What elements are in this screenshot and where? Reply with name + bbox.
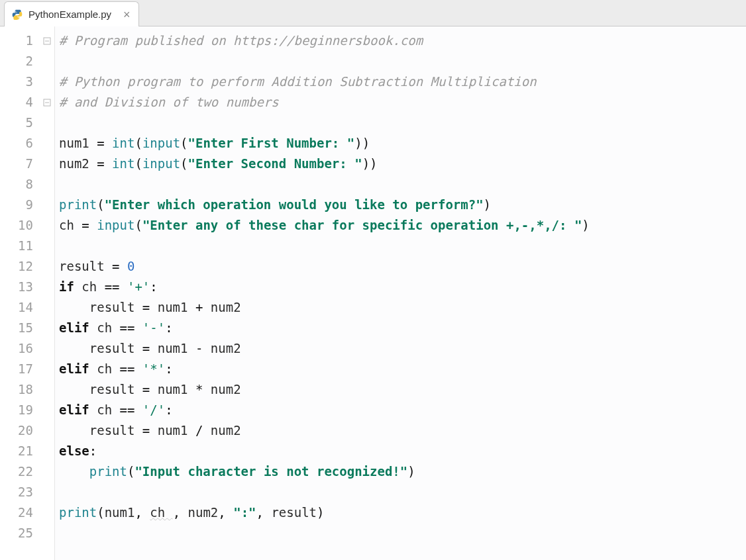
- code-line[interactable]: elif ch == '/':: [59, 400, 746, 420]
- code-token: =: [142, 423, 158, 438]
- code-line[interactable]: result = num1 / num2: [59, 420, 746, 441]
- code-token: ): [317, 505, 324, 520]
- code-line[interactable]: num1 = int(input("Enter First Number: ")…: [59, 133, 746, 154]
- code-line[interactable]: [59, 482, 746, 502]
- code-token: =: [142, 382, 158, 397]
- code-token: result: [59, 423, 142, 438]
- code-token: num1: [105, 505, 135, 520]
- fold-spacer: [40, 441, 54, 461]
- fold-spacer: [40, 215, 54, 236]
- code-line[interactable]: result = 0: [59, 256, 746, 277]
- code-editor[interactable]: 1234567891011121314151617181920212223242…: [0, 26, 746, 560]
- code-token: ch: [59, 218, 81, 232]
- code-token: :: [89, 443, 97, 458]
- code-line[interactable]: print("Enter which operation would you l…: [59, 195, 746, 215]
- code-token: (: [180, 136, 187, 150]
- line-number: 24: [0, 502, 33, 523]
- code-token: num2: [211, 423, 241, 438]
- code-token: result: [59, 300, 142, 314]
- code-line[interactable]: result = num1 - num2: [59, 338, 746, 359]
- line-number: 16: [0, 338, 33, 359]
- line-number: 20: [0, 420, 33, 441]
- code-token: +: [195, 300, 211, 314]
- tab-close-button[interactable]: ×: [123, 9, 131, 21]
- code-token: if: [59, 279, 81, 294]
- code-token: else: [59, 443, 89, 458]
- code-token: num1: [158, 341, 195, 355]
- python-file-icon: [11, 9, 23, 21]
- code-token: =: [112, 259, 127, 273]
- code-line[interactable]: [59, 236, 746, 256]
- code-line[interactable]: num2 = int(input("Enter Second Number: "…: [59, 154, 746, 174]
- code-token: (: [97, 197, 104, 212]
- code-token: input: [142, 156, 180, 171]
- code-line[interactable]: # Python program to perform Addition Sub…: [59, 71, 746, 92]
- code-line[interactable]: [59, 113, 746, 133]
- code-token: "Enter Second Number: ": [188, 156, 362, 171]
- code-token: 0: [127, 259, 134, 273]
- code-line[interactable]: if ch == '+':: [59, 277, 746, 297]
- fold-spacer: [40, 297, 54, 318]
- line-number: 11: [0, 236, 33, 256]
- code-line[interactable]: print("Input character is not recognized…: [59, 461, 746, 482]
- code-line[interactable]: else:: [59, 441, 746, 461]
- editor-tab[interactable]: PythonExample.py ×: [4, 1, 139, 26]
- code-token: ch: [97, 361, 119, 376]
- code-line[interactable]: print(num1, ch , num2, ":", result): [59, 502, 746, 523]
- code-token: print: [89, 464, 127, 479]
- line-number: 2: [0, 51, 33, 71]
- fold-spacer: [40, 338, 54, 359]
- line-number: 15: [0, 318, 33, 338]
- code-token: int: [112, 136, 134, 150]
- fold-spacer: [40, 113, 54, 133]
- code-token: num2: [211, 300, 241, 314]
- fold-spacer: [40, 400, 54, 420]
- code-line[interactable]: elif ch == '-':: [59, 318, 746, 338]
- code-line[interactable]: [59, 174, 746, 195]
- fold-end-icon[interactable]: [40, 92, 54, 113]
- code-token: :: [165, 402, 172, 417]
- code-token: result: [271, 505, 317, 520]
- code-token: # and Division of two numbers: [59, 95, 279, 109]
- code-line[interactable]: result = num1 + num2: [59, 297, 746, 318]
- code-line[interactable]: [59, 51, 746, 71]
- code-token: elif: [59, 361, 97, 376]
- code-token: ): [484, 197, 491, 212]
- line-number: 5: [0, 113, 33, 133]
- code-token: ch: [81, 279, 104, 294]
- fold-toggle-icon[interactable]: [40, 30, 54, 51]
- code-token: elif: [59, 320, 97, 335]
- code-token: input: [97, 218, 134, 232]
- code-token: elif: [59, 402, 97, 417]
- line-number: 18: [0, 379, 33, 400]
- tab-filename: PythonExample.py: [28, 9, 111, 20]
- fold-spacer: [40, 523, 54, 543]
- code-token: '+': [127, 279, 150, 294]
- code-line[interactable]: elif ch == '*':: [59, 359, 746, 379]
- line-number: 4: [0, 92, 33, 113]
- code-line[interactable]: result = num1 * num2: [59, 379, 746, 400]
- code-token: :: [165, 361, 172, 376]
- code-line[interactable]: [59, 523, 746, 543]
- code-token: print: [59, 197, 97, 212]
- code-token: '*': [142, 361, 165, 376]
- code-token: num1: [158, 300, 195, 314]
- code-token: int: [112, 156, 134, 171]
- code-token: [59, 464, 89, 479]
- code-token: (: [134, 156, 142, 171]
- code-line[interactable]: # and Division of two numbers: [59, 92, 746, 113]
- code-line[interactable]: ch = input("Enter any of these char for …: [59, 215, 746, 236]
- fold-spacer: [40, 420, 54, 441]
- line-number: 21: [0, 441, 33, 461]
- fold-spacer: [40, 482, 54, 502]
- code-token: ==: [120, 361, 142, 376]
- code-token: ,: [173, 505, 188, 520]
- code-area[interactable]: # Program published on https://beginners…: [54, 26, 746, 560]
- code-line[interactable]: # Program published on https://beginners…: [59, 30, 746, 51]
- code-token: :: [165, 320, 172, 335]
- fold-spacer: [40, 359, 54, 379]
- fold-spacer: [40, 318, 54, 338]
- code-token: =: [142, 341, 158, 355]
- tab-bar: PythonExample.py ×: [0, 0, 746, 26]
- code-token: (: [134, 136, 142, 150]
